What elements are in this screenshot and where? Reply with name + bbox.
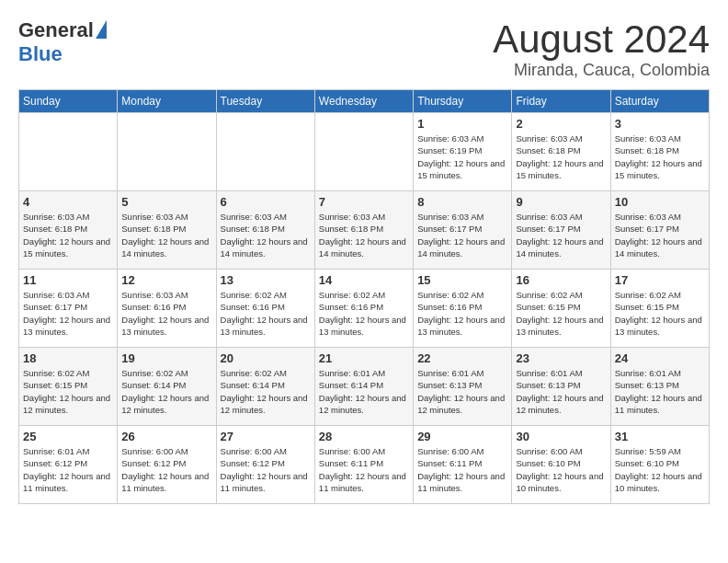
day-number: 28 (319, 430, 409, 443)
calendar-week-row: 18Sunrise: 6:02 AM Sunset: 6:15 PM Dayli… (19, 348, 710, 426)
calendar-cell: 25Sunrise: 6:01 AM Sunset: 6:12 PM Dayli… (19, 426, 118, 504)
day-number: 7 (319, 195, 409, 209)
calendar-cell: 12Sunrise: 6:03 AM Sunset: 6:16 PM Dayli… (118, 270, 216, 348)
day-info: Sunrise: 6:03 AM Sunset: 6:17 PM Dayligh… (615, 211, 705, 259)
day-info: Sunrise: 5:59 AM Sunset: 6:10 PM Dayligh… (615, 445, 705, 494)
day-info: Sunrise: 6:03 AM Sunset: 6:18 PM Dayligh… (121, 211, 211, 259)
calendar-cell: 15Sunrise: 6:02 AM Sunset: 6:16 PM Dayli… (414, 270, 512, 348)
day-number: 6 (221, 195, 311, 209)
calendar-cell: 23Sunrise: 6:01 AM Sunset: 6:13 PM Dayli… (512, 348, 610, 426)
day-info: Sunrise: 6:02 AM Sunset: 6:16 PM Dayligh… (319, 289, 409, 338)
day-number: 31 (615, 430, 705, 443)
day-number: 23 (516, 351, 606, 365)
day-number: 8 (417, 195, 507, 209)
day-info: Sunrise: 6:03 AM Sunset: 6:17 PM Dayligh… (417, 211, 507, 259)
day-info: Sunrise: 6:00 AM Sunset: 6:12 PM Dayligh… (221, 445, 311, 494)
calendar-cell: 14Sunrise: 6:02 AM Sunset: 6:16 PM Dayli… (314, 270, 413, 348)
month-year-title: August 2024 (493, 18, 710, 61)
day-number: 14 (319, 273, 409, 287)
day-number: 17 (615, 273, 705, 287)
day-number: 9 (516, 195, 606, 209)
calendar-cell: 1Sunrise: 6:03 AM Sunset: 6:19 PM Daylig… (414, 113, 512, 191)
calendar-cell: 13Sunrise: 6:02 AM Sunset: 6:16 PM Dayli… (216, 270, 314, 348)
calendar-week-row: 1Sunrise: 6:03 AM Sunset: 6:19 PM Daylig… (19, 113, 710, 191)
day-info: Sunrise: 6:00 AM Sunset: 6:11 PM Dayligh… (417, 445, 507, 494)
calendar-cell (314, 113, 413, 191)
calendar-week-row: 11Sunrise: 6:03 AM Sunset: 6:17 PM Dayli… (19, 270, 710, 348)
calendar-cell: 6Sunrise: 6:03 AM Sunset: 6:18 PM Daylig… (216, 191, 314, 270)
day-number: 30 (516, 430, 606, 443)
calendar-cell: 20Sunrise: 6:02 AM Sunset: 6:14 PM Dayli… (216, 348, 314, 426)
day-number: 16 (516, 273, 606, 287)
day-number: 5 (121, 195, 211, 209)
calendar-cell: 21Sunrise: 6:01 AM Sunset: 6:14 PM Dayli… (314, 348, 413, 426)
calendar-cell: 5Sunrise: 6:03 AM Sunset: 6:18 PM Daylig… (118, 191, 216, 270)
calendar-cell: 7Sunrise: 6:03 AM Sunset: 6:18 PM Daylig… (314, 191, 413, 270)
calendar-cell: 9Sunrise: 6:03 AM Sunset: 6:17 PM Daylig… (512, 191, 610, 270)
day-info: Sunrise: 6:02 AM Sunset: 6:15 PM Dayligh… (516, 289, 606, 338)
day-info: Sunrise: 6:02 AM Sunset: 6:14 PM Dayligh… (221, 367, 311, 416)
day-info: Sunrise: 6:00 AM Sunset: 6:11 PM Dayligh… (319, 445, 409, 494)
calendar-cell: 8Sunrise: 6:03 AM Sunset: 6:17 PM Daylig… (414, 191, 512, 270)
calendar-cell: 11Sunrise: 6:03 AM Sunset: 6:17 PM Dayli… (19, 270, 118, 348)
page-header: General Blue August 2024 Miranda, Cauca,… (18, 18, 710, 80)
day-number: 26 (121, 430, 211, 443)
day-info: Sunrise: 6:02 AM Sunset: 6:16 PM Dayligh… (417, 289, 507, 338)
day-info: Sunrise: 6:01 AM Sunset: 6:13 PM Dayligh… (615, 367, 705, 416)
day-info: Sunrise: 6:03 AM Sunset: 6:17 PM Dayligh… (516, 211, 606, 259)
day-info: Sunrise: 6:03 AM Sunset: 6:17 PM Dayligh… (23, 289, 113, 338)
day-info: Sunrise: 6:01 AM Sunset: 6:12 PM Dayligh… (23, 445, 113, 494)
logo-general-text: General (18, 18, 94, 42)
day-info: Sunrise: 6:03 AM Sunset: 6:16 PM Dayligh… (121, 289, 211, 338)
calendar-cell: 31Sunrise: 5:59 AM Sunset: 6:10 PM Dayli… (610, 426, 709, 504)
calendar-cell: 18Sunrise: 6:02 AM Sunset: 6:15 PM Dayli… (19, 348, 118, 426)
calendar-table: SundayMondayTuesdayWednesdayThursdayFrid… (18, 89, 710, 504)
calendar-cell (216, 113, 314, 191)
day-info: Sunrise: 6:00 AM Sunset: 6:12 PM Dayligh… (121, 445, 211, 494)
day-info: Sunrise: 6:02 AM Sunset: 6:14 PM Dayligh… (121, 367, 211, 416)
location-subtitle: Miranda, Cauca, Colombia (493, 61, 710, 80)
day-info: Sunrise: 6:03 AM Sunset: 6:18 PM Dayligh… (319, 211, 409, 259)
day-info: Sunrise: 6:01 AM Sunset: 6:13 PM Dayligh… (516, 367, 606, 416)
day-of-week-header: Sunday (19, 90, 118, 113)
logo-triangle-icon (96, 20, 107, 39)
day-info: Sunrise: 6:01 AM Sunset: 6:13 PM Dayligh… (417, 367, 507, 416)
day-of-week-header: Wednesday (314, 90, 413, 113)
day-number: 27 (221, 430, 311, 443)
logo: General Blue (18, 18, 107, 66)
calendar-cell (118, 113, 216, 191)
day-of-week-header: Monday (118, 90, 216, 113)
calendar-cell: 3Sunrise: 6:03 AM Sunset: 6:18 PM Daylig… (610, 113, 709, 191)
day-number: 1 (417, 117, 507, 131)
calendar-cell: 16Sunrise: 6:02 AM Sunset: 6:15 PM Dayli… (512, 270, 610, 348)
calendar-cell: 10Sunrise: 6:03 AM Sunset: 6:17 PM Dayli… (610, 191, 709, 270)
day-number: 21 (319, 351, 409, 365)
day-number: 12 (121, 273, 211, 287)
day-number: 24 (615, 351, 705, 365)
day-number: 13 (221, 273, 311, 287)
calendar-week-row: 4Sunrise: 6:03 AM Sunset: 6:18 PM Daylig… (19, 191, 710, 270)
calendar-cell: 28Sunrise: 6:00 AM Sunset: 6:11 PM Dayli… (314, 426, 413, 504)
calendar-cell: 27Sunrise: 6:00 AM Sunset: 6:12 PM Dayli… (216, 426, 314, 504)
day-number: 3 (615, 117, 705, 131)
day-number: 18 (23, 351, 113, 365)
calendar-header-row: SundayMondayTuesdayWednesdayThursdayFrid… (19, 90, 710, 113)
day-info: Sunrise: 6:03 AM Sunset: 6:19 PM Dayligh… (417, 132, 507, 181)
day-info: Sunrise: 6:02 AM Sunset: 6:16 PM Dayligh… (221, 289, 311, 338)
day-info: Sunrise: 6:03 AM Sunset: 6:18 PM Dayligh… (516, 132, 606, 181)
calendar-week-row: 25Sunrise: 6:01 AM Sunset: 6:12 PM Dayli… (19, 426, 710, 504)
day-of-week-header: Tuesday (216, 90, 314, 113)
calendar-cell: 24Sunrise: 6:01 AM Sunset: 6:13 PM Dayli… (610, 348, 709, 426)
calendar-cell: 29Sunrise: 6:00 AM Sunset: 6:11 PM Dayli… (414, 426, 512, 504)
day-info: Sunrise: 6:00 AM Sunset: 6:10 PM Dayligh… (516, 445, 606, 494)
calendar-cell: 17Sunrise: 6:02 AM Sunset: 6:15 PM Dayli… (610, 270, 709, 348)
calendar-cell: 22Sunrise: 6:01 AM Sunset: 6:13 PM Dayli… (414, 348, 512, 426)
calendar-cell: 30Sunrise: 6:00 AM Sunset: 6:10 PM Dayli… (512, 426, 610, 504)
calendar-cell: 4Sunrise: 6:03 AM Sunset: 6:18 PM Daylig… (19, 191, 118, 270)
day-of-week-header: Saturday (610, 90, 709, 113)
calendar-cell: 19Sunrise: 6:02 AM Sunset: 6:14 PM Dayli… (118, 348, 216, 426)
day-info: Sunrise: 6:02 AM Sunset: 6:15 PM Dayligh… (23, 367, 113, 416)
day-number: 25 (23, 430, 113, 443)
day-number: 29 (417, 430, 507, 443)
day-of-week-header: Friday (512, 90, 610, 113)
